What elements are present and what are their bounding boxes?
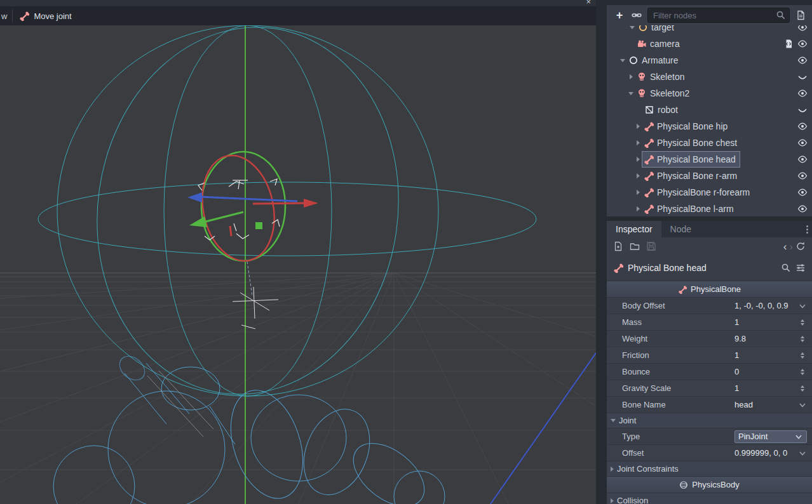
chevron-right-icon xyxy=(611,498,614,503)
property-row-joint-type: Type PinJoint xyxy=(607,428,812,444)
property-value[interactable]: 0 xyxy=(734,367,798,376)
eye-closed-icon[interactable] xyxy=(797,72,808,82)
viewport-3d[interactable]: × w Move joint xyxy=(0,0,596,504)
spin-stepper-icon[interactable] xyxy=(798,336,807,342)
property-row-mass: Mass 1 xyxy=(607,314,812,330)
chevron-down-icon[interactable] xyxy=(798,401,807,409)
tree-row-physicalbone-r-forearm[interactable]: PhysicalBone r-forearm xyxy=(607,184,812,201)
load-resource-button[interactable] xyxy=(630,241,640,251)
joint-property-list: Type PinJoint Offset 0.999999, 0, 0 xyxy=(607,428,812,461)
tree-row-skeleton[interactable]: Skeleton xyxy=(607,69,812,85)
chevron-down-icon[interactable] xyxy=(618,59,627,62)
joint-type-dropdown[interactable]: PinJoint xyxy=(734,430,807,443)
node-label: PhysicalBone r-forearm xyxy=(657,187,750,197)
close-icon[interactable]: × xyxy=(586,0,591,6)
tree-row-physicalbone-l-arm[interactable]: PhysicalBone l-arm xyxy=(607,201,812,216)
eye-icon[interactable] xyxy=(797,39,808,49)
add-node-button[interactable]: + xyxy=(613,9,626,22)
history-forward-button[interactable]: › xyxy=(789,241,793,252)
chevron-down-icon[interactable] xyxy=(626,92,635,95)
property-label: Mass xyxy=(622,317,734,327)
bone-icon xyxy=(678,285,687,294)
link-icon xyxy=(632,10,642,20)
eye-icon[interactable] xyxy=(797,138,808,148)
tab-inspector[interactable]: Inspector xyxy=(607,221,661,237)
chevron-right-icon[interactable] xyxy=(626,74,635,79)
property-label: Bounce xyxy=(622,367,734,376)
scene-tree-dock: + target camera xyxy=(607,0,812,216)
tune-options-icon[interactable] xyxy=(795,263,806,273)
tree-row-skeleton2[interactable]: Skeleton2 xyxy=(607,85,812,102)
node-label: Skeleton2 xyxy=(650,88,689,98)
property-value[interactable]: 1 xyxy=(734,383,798,393)
physics-body-icon xyxy=(679,481,688,489)
property-value[interactable]: 1 xyxy=(734,317,798,327)
section-joint[interactable]: Joint xyxy=(607,413,812,428)
category-physics-body[interactable]: PhysicsBody xyxy=(607,476,812,493)
chevron-down-icon xyxy=(611,419,616,422)
section-collision[interactable]: Collision xyxy=(607,493,812,504)
property-row-gravity-scale: Gravity Scale 1 xyxy=(607,380,812,396)
eye-icon[interactable] xyxy=(797,171,808,181)
section-label: Joint xyxy=(619,416,636,425)
property-label: Type xyxy=(622,432,734,441)
dock-menu-icon[interactable] xyxy=(806,225,808,234)
search-properties-icon[interactable] xyxy=(781,263,791,273)
spin-stepper-icon[interactable] xyxy=(798,385,807,392)
property-row-weight: Weight 9.8 xyxy=(607,330,812,347)
node-label: camera xyxy=(650,39,680,49)
chevron-down-icon[interactable] xyxy=(798,449,807,458)
section-joint-constraints[interactable]: Joint Constraints xyxy=(607,461,812,476)
eye-icon[interactable] xyxy=(797,187,808,197)
tree-row-physical-bone-head[interactable]: Physical Bone head xyxy=(607,151,812,168)
new-resource-button[interactable] xyxy=(613,241,623,251)
z-axis-line xyxy=(491,353,596,504)
chevron-right-icon[interactable] xyxy=(633,140,642,145)
property-list: Body Offset 1, -0, -0, 0, 0.9 Mass 1 Wei… xyxy=(607,297,812,413)
save-resource-button[interactable] xyxy=(646,241,656,251)
chevron-right-icon[interactable] xyxy=(633,173,642,178)
godot-editor: × w Move joint + xyxy=(0,0,812,504)
eye-icon[interactable] xyxy=(797,154,808,164)
spin-stepper-icon[interactable] xyxy=(798,319,807,326)
spin-stepper-icon[interactable] xyxy=(798,369,807,375)
attach-script-button[interactable] xyxy=(794,9,807,22)
eye-icon[interactable] xyxy=(797,88,808,98)
tree-row-physical-bone-chest[interactable]: Physical Bone chest xyxy=(607,135,812,151)
chevron-right-icon[interactable] xyxy=(633,124,642,129)
tree-row-physical-bone-r-arm[interactable]: Physical Bone r-arm xyxy=(607,168,812,184)
object-history-button[interactable] xyxy=(795,241,806,251)
chevron-right-icon[interactable] xyxy=(633,157,642,162)
instance-scene-button[interactable] xyxy=(630,9,643,22)
tree-row-armature[interactable]: Armature xyxy=(607,52,812,69)
chevron-right-icon[interactable] xyxy=(633,190,642,195)
eye-icon[interactable] xyxy=(797,204,808,214)
property-value[interactable]: 1 xyxy=(734,350,798,360)
eye-closed-icon[interactable] xyxy=(797,105,808,115)
attach-script-icon xyxy=(795,10,806,20)
tree-row-camera[interactable]: camera xyxy=(607,36,812,52)
tree-row-physical-bone-hip[interactable]: Physical Bone hip xyxy=(607,118,812,135)
category-physical-bone[interactable]: PhysicalBone xyxy=(607,281,812,297)
property-value[interactable]: head xyxy=(734,400,798,409)
chevron-right-icon[interactable] xyxy=(633,206,642,211)
property-value[interactable]: 0.999999, 0, 0 xyxy=(734,448,798,458)
toolbar-hint-label: Move joint xyxy=(34,11,71,21)
node-label: Skeleton xyxy=(650,72,684,82)
tab-node[interactable]: Node xyxy=(661,221,700,237)
chevron-down-icon[interactable] xyxy=(628,26,637,29)
property-value[interactable]: 1, -0, -0, 0, 0.9 xyxy=(734,301,798,310)
history-back-button[interactable]: ‹ xyxy=(783,241,787,252)
chevron-down-icon[interactable] xyxy=(798,302,807,310)
eye-icon[interactable] xyxy=(797,55,808,65)
eye-icon[interactable] xyxy=(797,121,808,131)
bone-outlines xyxy=(198,179,280,240)
property-value[interactable]: 9.8 xyxy=(734,334,798,343)
spatial-icon xyxy=(628,55,639,65)
tree-row-robot[interactable]: robot xyxy=(607,102,812,118)
spin-stepper-icon[interactable] xyxy=(798,352,807,359)
bone-icon xyxy=(644,171,654,181)
script-icon[interactable] xyxy=(783,39,794,49)
filter-nodes-input[interactable] xyxy=(647,8,790,23)
inspector-tab-bar: Inspector Node xyxy=(607,221,812,237)
